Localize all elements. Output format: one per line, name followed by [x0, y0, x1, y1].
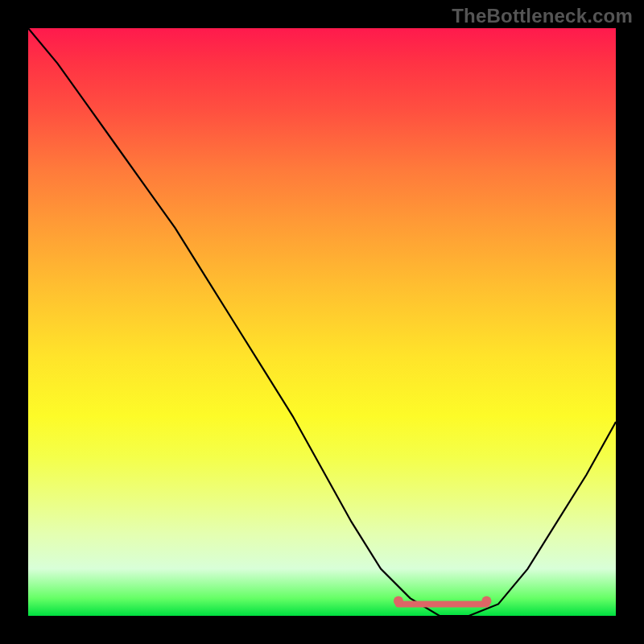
chart-svg	[28, 28, 616, 616]
optimal-range-end-dot	[481, 596, 491, 605]
chart-plot-area	[28, 28, 616, 616]
optimal-range-start-dot	[394, 596, 403, 605]
watermark-text: TheBottleneck.com	[452, 5, 633, 27]
bottleneck-curve-line	[28, 28, 616, 616]
